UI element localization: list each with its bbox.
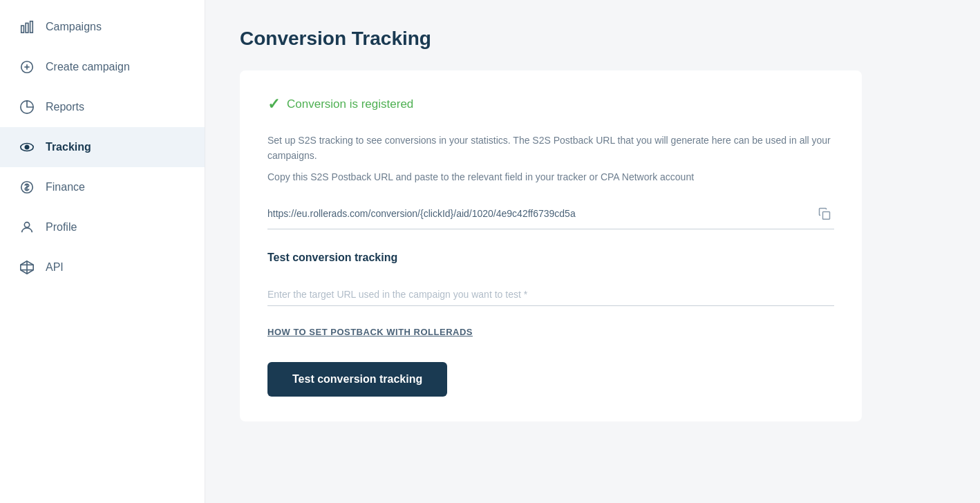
description-line-1: Set up S2S tracking to see conversions i… — [267, 133, 834, 164]
api-icon — [19, 260, 35, 275]
svg-point-7 — [25, 145, 29, 149]
target-url-input[interactable] — [267, 283, 834, 306]
copy-url-button[interactable] — [815, 204, 834, 223]
dollar-icon — [19, 180, 35, 195]
sidebar-item-label: Create campaign — [46, 61, 130, 73]
tracking-card: ✓ Conversion is registered Set up S2S tr… — [240, 70, 862, 421]
bar-chart-icon — [19, 19, 35, 35]
check-icon: ✓ — [267, 95, 280, 113]
conversion-status-text: Conversion is registered — [287, 97, 413, 111]
sidebar-item-label: Campaigns — [46, 21, 102, 33]
test-conversion-button[interactable]: Test conversion tracking — [267, 362, 447, 397]
sidebar-item-campaigns[interactable]: Campaigns — [0, 7, 205, 47]
main-content: Conversion Tracking ✓ Conversion is regi… — [205, 0, 980, 503]
postback-url-wrapper: https://eu.rollerads.com/conversion/{cli… — [267, 204, 834, 229]
sidebar-item-tracking[interactable]: Tracking — [0, 127, 205, 167]
svg-rect-1 — [26, 23, 28, 33]
sidebar-item-label: API — [46, 261, 64, 274]
user-icon — [19, 220, 35, 235]
conversion-status-banner: ✓ Conversion is registered — [267, 95, 834, 113]
sidebar-item-label: Reports — [46, 101, 84, 113]
svg-rect-2 — [30, 21, 33, 33]
svg-point-9 — [24, 222, 29, 227]
eye-icon — [19, 140, 35, 155]
page-title: Conversion Tracking — [240, 28, 945, 50]
sidebar-item-label: Tracking — [46, 141, 91, 153]
pie-chart-icon — [19, 99, 35, 115]
postback-help-link[interactable]: HOW TO SET POSTBACK WITH ROLLERADS — [267, 327, 473, 337]
sidebar-item-create-campaign[interactable]: Create campaign — [0, 47, 205, 87]
sidebar-item-api[interactable]: API — [0, 247, 205, 287]
sidebar: Campaigns Create campaign Reports Tracki… — [0, 0, 205, 503]
description-line-2: Copy this S2S Postback URL and paste to … — [267, 169, 834, 184]
sidebar-item-label: Finance — [46, 181, 85, 193]
sidebar-item-label: Profile — [46, 221, 77, 234]
sidebar-item-reports[interactable]: Reports — [0, 87, 205, 127]
sidebar-item-profile[interactable]: Profile — [0, 207, 205, 247]
svg-rect-13 — [823, 212, 830, 220]
test-section-title: Test conversion tracking — [267, 252, 834, 264]
svg-rect-0 — [21, 26, 24, 32]
plus-circle-icon — [19, 59, 35, 75]
sidebar-item-finance[interactable]: Finance — [0, 167, 205, 207]
postback-url-text: https://eu.rollerads.com/conversion/{cli… — [267, 208, 815, 219]
